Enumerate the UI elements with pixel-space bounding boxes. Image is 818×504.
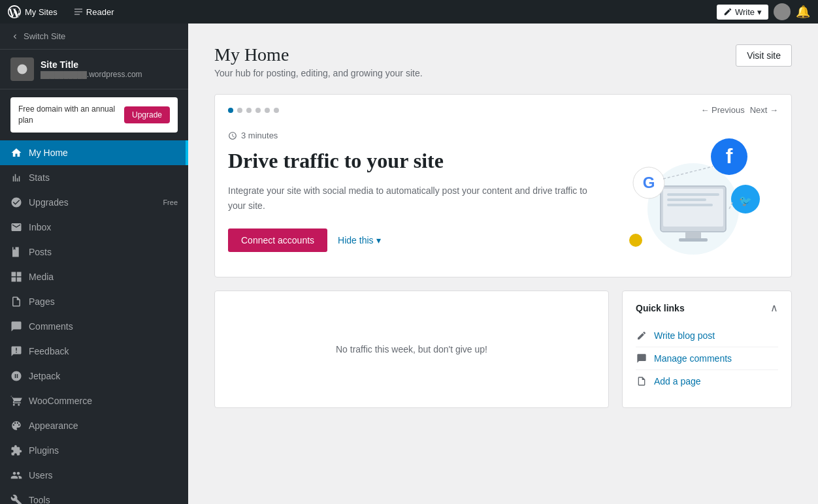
carousel-dots (228, 108, 279, 113)
quick-links-title: Quick links (636, 303, 685, 313)
add-page-icon (636, 375, 647, 387)
site-url: ██████████.wordpress.com (41, 70, 142, 79)
page-header: My Home Your hub for posting, editing, a… (214, 44, 792, 78)
carousel-nav: ← Previous Next → (700, 105, 778, 115)
switch-site[interactable]: Switch Site (0, 24, 188, 50)
reader-tab[interactable]: Reader (68, 7, 120, 17)
quick-links-card: Quick links ∧ Write blog post Manage com… (622, 291, 792, 408)
carousel-dot-1[interactable] (237, 108, 242, 113)
write-count: ▾ (757, 7, 762, 17)
site-avatar (10, 57, 34, 81)
sidebar-item-label: Plugins (29, 445, 178, 456)
svg-rect-0 (74, 8, 82, 9)
svg-point-24 (629, 234, 642, 247)
sidebar-item-inbox[interactable]: Inbox (0, 215, 188, 240)
sidebar-item-upgrades[interactable]: Upgrades Free (0, 190, 188, 215)
site-details: Site Title ██████████.wordpress.com (41, 59, 142, 79)
sidebar-item-my-home[interactable]: My Home (0, 140, 188, 165)
topbar-right: Write ▾ 🔔 (717, 3, 810, 20)
manage-comments-icon (636, 353, 647, 364)
sidebar-item-label: Upgrades (29, 197, 156, 208)
card-time-label: 3 minutes (241, 131, 278, 140)
sidebar-item-media[interactable]: Media (0, 264, 188, 289)
sidebar-item-label: Media (29, 272, 178, 282)
quick-link-write-blog[interactable]: Write blog post (636, 324, 778, 347)
carousel-dot-4[interactable] (265, 108, 270, 113)
chevron-down-icon: ▾ (376, 235, 381, 245)
quick-link-manage-comments[interactable]: Manage comments (636, 347, 778, 370)
quick-link-label: Write blog post (654, 330, 715, 341)
sidebar-item-label: Posts (29, 247, 178, 257)
sidebar-item-stats[interactable]: Stats (0, 165, 188, 190)
sidebar-item-feedback[interactable]: Feedback (0, 339, 188, 364)
hide-this-button[interactable]: Hide this ▾ (338, 235, 380, 245)
svg-rect-13 (667, 193, 719, 196)
page-subtitle: Your hub for posting, editing, and growi… (214, 68, 423, 78)
svg-rect-7 (17, 277, 22, 281)
sidebar-item-plugins[interactable]: Plugins (0, 438, 188, 463)
quick-link-label: Add a page (654, 376, 701, 386)
sidebar-item-label: Tools (29, 495, 178, 504)
upgrade-button[interactable]: Upgrade (124, 106, 170, 123)
write-button[interactable]: Write ▾ (717, 5, 768, 20)
svg-rect-15 (667, 204, 713, 206)
card-illustration: f G 🐦 (608, 131, 778, 261)
svg-rect-5 (17, 272, 22, 276)
avatar[interactable] (774, 3, 791, 20)
media-icon (10, 271, 22, 283)
page-title: My Home (214, 44, 423, 65)
topbar: My Sites Reader Write ▾ 🔔 (0, 0, 818, 24)
traffic-empty-message: No traffic this week, but don't give up! (336, 344, 487, 354)
page-header-text: My Home Your hub for posting, editing, a… (214, 44, 423, 78)
appearance-icon (10, 420, 22, 432)
sidebar-item-label: Feedback (29, 346, 178, 356)
quick-link-label: Manage comments (654, 353, 732, 364)
svg-rect-14 (667, 198, 706, 201)
connect-accounts-button[interactable]: Connect accounts (228, 228, 327, 252)
nav-badge: Free (163, 198, 178, 206)
sidebar-item-users[interactable]: Users (0, 463, 188, 488)
card-text: 3 minutes Drive traffic to your site Int… (228, 131, 595, 252)
notifications-icon[interactable]: 🔔 (796, 5, 810, 19)
sidebar-item-jetpack[interactable]: Jetpack (0, 364, 188, 388)
quick-link-add-page[interactable]: Add a page (636, 370, 778, 392)
woocommerce-icon (10, 395, 22, 407)
inbox-icon (10, 221, 22, 233)
upgrades-icon (10, 197, 22, 208)
carousel-dot-5[interactable] (274, 108, 279, 113)
comments-icon (10, 321, 22, 332)
visit-site-button[interactable]: Visit site (736, 44, 792, 67)
upgrade-banner: Free domain with an annual plan Upgrade (10, 97, 178, 133)
wp-logo[interactable]: My Sites (8, 5, 57, 18)
write-label: Write (735, 7, 755, 17)
collapse-icon[interactable]: ∧ (770, 302, 778, 314)
carousel-dot-0[interactable] (228, 108, 233, 113)
sidebar-item-pages[interactable]: Pages (0, 289, 188, 314)
sidebar-item-tools[interactable]: Tools (0, 488, 188, 504)
card-description: Integrate your site with social media to… (228, 183, 595, 213)
sidebar-item-posts[interactable]: Posts (0, 240, 188, 264)
card-body: 3 minutes Drive traffic to your site Int… (215, 120, 791, 277)
sidebar-item-label: Users (29, 470, 178, 480)
svg-text:G: G (643, 174, 655, 191)
stats-icon (10, 172, 22, 183)
svg-text:f: f (726, 144, 733, 168)
svg-rect-12 (679, 238, 708, 242)
sidebar-item-label: Appearance (29, 420, 178, 431)
feedback-icon (10, 345, 22, 357)
carousel-dot-2[interactable] (246, 108, 252, 113)
sidebar-item-woocommerce[interactable]: WooCommerce (0, 388, 188, 413)
traffic-card: No traffic this week, but don't give up! (214, 291, 609, 408)
prev-button[interactable]: ← Previous (700, 105, 744, 115)
svg-text:🐦: 🐦 (739, 195, 752, 207)
bottom-row: No traffic this week, but don't give up!… (214, 291, 792, 408)
sidebar-item-label: Inbox (29, 222, 178, 232)
site-info: Site Title ██████████.wordpress.com (0, 50, 188, 89)
sidebar-item-comments[interactable]: Comments (0, 314, 188, 339)
next-button[interactable]: Next → (750, 105, 778, 115)
carousel-dot-3[interactable] (255, 108, 261, 113)
sidebar-item-appearance[interactable]: Appearance (0, 413, 188, 438)
posts-icon (10, 246, 22, 258)
plugins-icon (10, 445, 22, 456)
site-title: Site Title (41, 59, 142, 70)
